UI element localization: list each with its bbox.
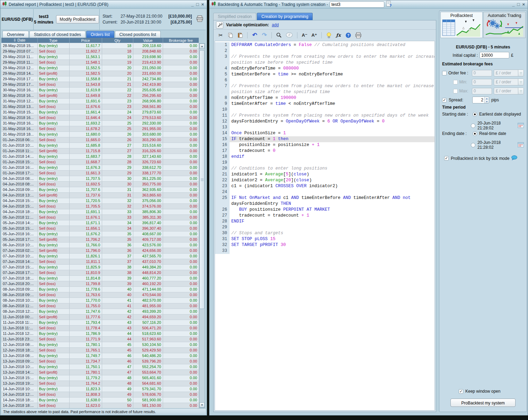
cell[interactable]: 552,254.70 bbox=[133, 364, 163, 369]
maximize-icon[interactable]: □ bbox=[517, 2, 520, 7]
table-row[interactable]: 14-Jun-2018 18:...Sell (loss)11,623.0505… bbox=[1, 403, 199, 408]
cell[interactable]: Buy (entry) bbox=[37, 131, 69, 137]
cell[interactable]: Sell (loss) bbox=[37, 303, 69, 309]
cell[interactable]: 0.00 bbox=[163, 369, 199, 375]
cell[interactable]: 11,808.3 bbox=[69, 392, 102, 397]
table-row[interactable]: 13-Jun-2018 19:...Sell (loss)11,764.2485… bbox=[1, 381, 199, 386]
cell[interactable]: 11,691.1 bbox=[69, 209, 102, 214]
table-row[interactable]: 08-Jun-2018 11:...Sell (loss)11,755.0414… bbox=[1, 303, 199, 309]
code-line[interactable]: 7// Prevents the system from placing new… bbox=[215, 83, 435, 89]
cell[interactable]: 0.00 bbox=[163, 60, 199, 65]
cell[interactable]: 19 bbox=[102, 54, 133, 60]
table-row[interactable]: 11-Jun-2018 12:...Buy (entry)11,786.9445… bbox=[1, 331, 199, 336]
orders-scrollbar[interactable]: ▲ ▼ bbox=[199, 43, 205, 408]
cell[interactable]: 423,576.00 bbox=[133, 242, 163, 248]
cell[interactable]: 13-Jun-2018 15:... bbox=[1, 375, 37, 381]
ending-custom-radio[interactable] bbox=[471, 143, 475, 147]
cell[interactable]: 14-Jun-2018 18:... bbox=[1, 397, 37, 403]
cell[interactable]: Sell (loss) bbox=[37, 48, 69, 54]
cell[interactable]: 0.00 bbox=[163, 137, 199, 143]
cell[interactable]: 242,734.80 bbox=[133, 76, 163, 82]
cell[interactable]: 0.00 bbox=[163, 76, 199, 82]
spread-stepper[interactable]: 2 ▲ ▼ bbox=[472, 97, 489, 103]
cell[interactable]: 39 bbox=[102, 281, 133, 286]
cell[interactable]: 208,848.60 bbox=[133, 48, 163, 54]
calendar-icon[interactable] bbox=[518, 122, 524, 129]
help-icon[interactable]: ? bbox=[345, 32, 351, 39]
cell[interactable]: Buy (entry) bbox=[37, 364, 69, 369]
cell[interactable]: 01-Jun-2018 17:... bbox=[1, 170, 37, 176]
spin-down-icon[interactable]: ▼ bbox=[485, 100, 489, 103]
cell[interactable]: 29 bbox=[102, 165, 133, 170]
tab-closed-positions-list[interactable]: Closed positions list bbox=[115, 31, 161, 38]
cell[interactable]: 04-Jun-2018 13:... bbox=[1, 192, 37, 198]
code-line[interactable]: 3// Prevents the system from creating ne… bbox=[215, 54, 435, 60]
cell[interactable]: 256,295.60 bbox=[133, 93, 163, 98]
spin-up-icon[interactable]: ▲ bbox=[485, 97, 489, 100]
cell[interactable]: 07-Jun-2018 02:... bbox=[1, 248, 37, 253]
table-row[interactable]: 31-May-2018 16...Buy (entry)11,693.22529… bbox=[1, 120, 199, 126]
cell[interactable]: Sell (loss) bbox=[37, 104, 69, 109]
cell[interactable]: 517,963.60 bbox=[133, 336, 163, 342]
code-line[interactable]: position size after the specified time bbox=[215, 89, 435, 95]
table-row[interactable]: 13-Jun-2018 10:...Buy (entry)11,750.1475… bbox=[1, 364, 199, 369]
table-row[interactable]: 01-Jun-2018 10:...Buy (entry)11,685.8273… bbox=[1, 143, 199, 148]
cell[interactable]: Buy (entry) bbox=[37, 65, 69, 71]
cell[interactable]: 242,419.80 bbox=[133, 82, 163, 87]
minimize-icon[interactable]: _ bbox=[191, 2, 194, 7]
cell[interactable]: 18 bbox=[102, 43, 133, 48]
cell[interactable]: Buy (entry) bbox=[37, 397, 69, 403]
code-line[interactable]: 2 bbox=[215, 48, 435, 54]
help-document-icon[interactable]: ? bbox=[386, 1, 392, 8]
cell[interactable]: 11-Jun-2018 11:... bbox=[1, 325, 37, 331]
tab-orders-list[interactable]: Orders list bbox=[86, 31, 114, 38]
table-row[interactable]: 29-May-2018 14...Sell (profit)11,582.520… bbox=[1, 71, 199, 76]
cell[interactable]: Buy (entry) bbox=[37, 353, 69, 358]
cell[interactable]: 22 bbox=[102, 87, 133, 93]
cell[interactable]: 0.00 bbox=[163, 120, 199, 126]
code-line[interactable]: 6 bbox=[215, 77, 435, 83]
cell[interactable]: 11,734.7 bbox=[69, 358, 102, 364]
cell[interactable]: Buy (entry) bbox=[37, 264, 69, 270]
cell[interactable]: 04-Jun-2018 15:... bbox=[1, 198, 37, 203]
cell[interactable]: 11,799.8 bbox=[69, 281, 102, 286]
cell[interactable]: 292,330.00 bbox=[133, 120, 163, 126]
cell[interactable]: 24 bbox=[102, 115, 133, 120]
table-row[interactable]: 11-Jun-2018 23:...Sell (loss)11,771.9445… bbox=[1, 336, 199, 342]
cell[interactable]: Sell (profit) bbox=[37, 237, 69, 242]
cell[interactable]: 0.00 bbox=[163, 281, 199, 286]
cell[interactable]: 11,693.2 bbox=[69, 120, 102, 126]
spread-checkbox[interactable]: ✓ bbox=[442, 98, 447, 102]
cell[interactable]: 0.00 bbox=[163, 353, 199, 358]
cell[interactable]: 0.00 bbox=[163, 192, 199, 198]
keep-window-checkbox[interactable]: ✓ bbox=[459, 389, 463, 394]
cell[interactable]: Sell (loss) bbox=[37, 203, 69, 209]
cell[interactable]: 29-May-2018 12... bbox=[1, 65, 37, 71]
cell[interactable]: Buy (entry) bbox=[37, 331, 69, 336]
cell[interactable]: 31-May-2018 16... bbox=[1, 115, 37, 120]
cell[interactable]: 04-Jun-2018 09:... bbox=[1, 187, 37, 192]
max-fee-input[interactable] bbox=[472, 88, 492, 94]
table-row[interactable]: 04-Jun-2018 15:...Sell (loss)11,705.5323… bbox=[1, 203, 199, 209]
cell[interactable]: 11,676.1 bbox=[69, 214, 102, 220]
increase-font-icon[interactable]: A⁺ bbox=[311, 32, 317, 39]
cell[interactable]: 33 bbox=[102, 214, 133, 220]
table-row[interactable]: 13-Jun-2018 09:...Sell (loss)11,734.7465… bbox=[1, 358, 199, 364]
cell[interactable]: 338,612.70 bbox=[133, 165, 163, 170]
cell[interactable]: 0.00 bbox=[163, 358, 199, 364]
cell[interactable]: 07-Jun-2018 17:... bbox=[1, 270, 37, 275]
cell[interactable]: 04-Jun-2018 18:... bbox=[1, 209, 37, 214]
code-line[interactable]: 14Once PositionSize = 1 bbox=[215, 130, 435, 136]
redo-icon[interactable]: ↷ bbox=[261, 32, 267, 39]
cell[interactable]: 268,906.80 bbox=[133, 98, 163, 104]
cell[interactable]: 0.00 bbox=[163, 314, 199, 320]
cell[interactable]: 07-Jun-2018 15:... bbox=[1, 264, 37, 270]
tab-probacktest[interactable]: ProBacktest bbox=[440, 12, 483, 38]
wrench-button[interactable] bbox=[216, 21, 223, 29]
cell[interactable]: 11,552.5 bbox=[69, 65, 102, 71]
code-line[interactable]: 12daysForbiddenEntry = OpenDayOfWeek = 6… bbox=[215, 119, 435, 125]
table-row[interactable]: 13-Jun-2018 15:...Buy (entry)11,779.2485… bbox=[1, 375, 199, 381]
cell[interactable]: Sell (loss) bbox=[37, 226, 69, 231]
cell[interactable]: 50 bbox=[102, 397, 133, 403]
cell[interactable]: 268,561.80 bbox=[133, 104, 163, 109]
